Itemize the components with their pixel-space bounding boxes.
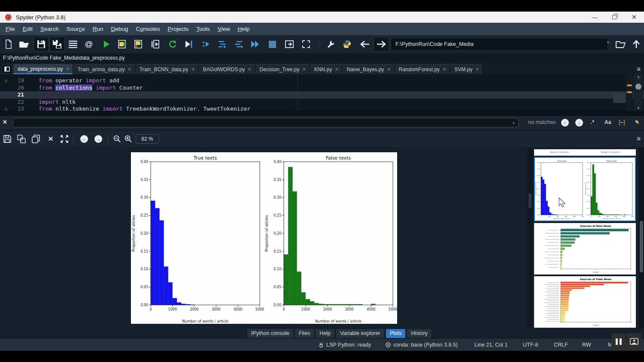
thumbnails-scrollbar[interactable]: [639, 147, 644, 328]
menu-item-debug[interactable]: Debug: [107, 23, 132, 35]
thumbnail-real-news-sources[interactable]: Sources of Real NewsCount: [534, 223, 636, 275]
continue-button[interactable]: [247, 35, 263, 53]
tab-close-icon[interactable]: ✕: [303, 67, 306, 72]
maximize-pane-button[interactable]: [298, 35, 314, 53]
working-directory-dropdown-icon[interactable]: ▾: [607, 40, 609, 45]
menu-item-edit[interactable]: Edit: [19, 23, 36, 35]
preferences-button[interactable]: [323, 35, 338, 53]
editor-tab-train_arima_data-py[interactable]: Train_arima_data.py✕: [73, 64, 134, 74]
minimize-button[interactable]: —: [585, 12, 605, 23]
pane-tab-history[interactable]: History: [407, 329, 431, 338]
tab-close-icon[interactable]: ✕: [387, 67, 390, 72]
menu-item-tools[interactable]: Tools: [192, 23, 214, 35]
tab-close-icon[interactable]: ✕: [476, 67, 479, 72]
find-input[interactable]: [13, 118, 519, 127]
code-line-21[interactable]: 21: [0, 91, 644, 99]
save-all-plots-button[interactable]: [14, 130, 29, 148]
screenshot-button[interactable]: [627, 333, 641, 350]
whole-word-toggle-icon[interactable]: [–]: [619, 119, 625, 125]
file-switcher-icon[interactable]: [2, 64, 12, 74]
run-selection-button[interactable]: [148, 35, 163, 53]
menu-item-help[interactable]: Help: [234, 23, 254, 35]
tab-close-icon[interactable]: ✕: [66, 66, 69, 71]
fit-plot-button[interactable]: [57, 130, 72, 148]
tab-close-icon[interactable]: ✕: [128, 67, 131, 72]
open-file-button[interactable]: [17, 35, 32, 53]
case-sensitive-toggle-icon[interactable]: Aa: [605, 119, 611, 125]
browse-directory-button[interactable]: [613, 35, 629, 53]
menu-item-projects[interactable]: Projects: [164, 23, 193, 35]
highlight-matches-icon[interactable]: ✎: [635, 119, 639, 125]
thumbnails-left-scrollbar[interactable]: [527, 147, 533, 328]
pane-tab-files[interactable]: Files: [295, 329, 314, 338]
plots-options-icon[interactable]: ≡: [637, 135, 641, 142]
pane-tab-plots[interactable]: Plots: [386, 329, 406, 338]
tab-close-icon[interactable]: ✕: [335, 67, 338, 72]
menu-item-view[interactable]: View: [214, 23, 234, 35]
menu-item-consoles[interactable]: Consoles: [132, 23, 164, 35]
editor-tab-data_preprocess-py[interactable]: data_preprocess.py✕: [13, 64, 73, 74]
find-close-icon[interactable]: ✕: [3, 119, 7, 125]
zoom-in-button[interactable]: [121, 130, 136, 148]
pane-tab-variable-explorer[interactable]: Variable explorer: [336, 329, 384, 338]
previous-plot-button[interactable]: ←: [80, 135, 88, 143]
remove-plot-button[interactable]: ✕: [43, 130, 58, 148]
run-cell-advance-button[interactable]: [131, 35, 147, 53]
run-until-button[interactable]: [181, 35, 197, 53]
thumbnail-word-histograms[interactable]: 0.000.050.100.150.200.250.300.350.400100…: [534, 157, 636, 221]
file-switcher-button[interactable]: [65, 35, 81, 53]
menu-item-run[interactable]: Run: [89, 23, 107, 35]
save-all-button[interactable]: [49, 37, 65, 51]
menu-item-file[interactable]: File: [2, 23, 19, 35]
menu-item-source[interactable]: Source: [63, 23, 89, 35]
thumbnail-previous-plot[interactable]: Number of characters Number of character…: [534, 149, 636, 156]
find-previous-button[interactable]: ↑: [561, 119, 569, 127]
pane-tab-help[interactable]: Help: [316, 329, 334, 338]
menu-item-search[interactable]: Search: [36, 23, 63, 35]
code-line-20[interactable]: 20from collections import Counter: [0, 84, 644, 92]
code-line-19[interactable]: ⚠19from operator import add: [0, 77, 644, 84]
tabbar-options-icon[interactable]: ≡: [637, 65, 641, 72]
new-file-button[interactable]: [1, 35, 16, 53]
tab-close-icon[interactable]: ✕: [248, 67, 251, 72]
code-editor[interactable]: ⚠19from operator import add20from collec…: [0, 74, 644, 111]
close-button[interactable]: ✕: [624, 12, 644, 23]
pane-splitter[interactable]: [0, 111, 644, 116]
editor-tab-knn-py[interactable]: KNN.py✕: [310, 64, 342, 74]
pause-button[interactable]: [611, 333, 626, 350]
next-plot-button[interactable]: →: [94, 135, 102, 143]
copy-plot-button[interactable]: [29, 130, 43, 148]
stop-debug-button[interactable]: [264, 35, 280, 53]
editor-scrollbar[interactable]: ▲ ▼: [634, 74, 643, 111]
open-external-window-button[interactable]: [282, 35, 297, 53]
code-line-22[interactable]: 22import nltk: [0, 99, 644, 106]
code-line-23[interactable]: ⚠23from nltk.tokenize import TreebankWor…: [0, 106, 644, 111]
rerun-button[interactable]: [165, 35, 180, 53]
restore-button[interactable]: [605, 12, 624, 23]
regex-toggle-icon[interactable]: .*: [591, 119, 594, 125]
find-next-button[interactable]: ↓: [575, 119, 583, 127]
run-button[interactable]: [99, 35, 114, 53]
back-button[interactable]: [357, 35, 373, 53]
tab-close-icon[interactable]: ✕: [443, 67, 446, 72]
run-cell-button[interactable]: [115, 35, 131, 53]
working-directory-input[interactable]: F:\PythonRun\Code Fake_Media: [392, 39, 607, 50]
tab-close-icon[interactable]: ✕: [191, 67, 194, 72]
editor-tab-decision_tree-py[interactable]: Decision_Tree.py✕: [255, 64, 309, 74]
forward-button[interactable]: [374, 37, 389, 51]
save-button[interactable]: [33, 37, 49, 51]
editor-tab-bagofwords-py[interactable]: BAGofWORDS.py✕: [199, 64, 255, 74]
thumbnail-fake-news-sources[interactable]: Sources of Fake NewsCount: [534, 276, 636, 328]
warning-mark[interactable]: [627, 84, 632, 86]
editor-tab-naive_bayes-py[interactable]: Naive_Bayes.py✕: [343, 64, 394, 74]
debug-file-button[interactable]: [198, 35, 214, 53]
editor-tab-train_bcnn_data-py[interactable]: Train_BCNN_data.py✕: [135, 64, 198, 74]
editor-tab-randomforest-py[interactable]: RandomForest.py✕: [395, 64, 450, 74]
step-into-button[interactable]: [231, 35, 246, 53]
editor-tab-svm-py[interactable]: SVM.py✕: [450, 64, 482, 74]
save-plot-button[interactable]: [0, 130, 15, 148]
python-path-button[interactable]: [339, 35, 355, 53]
warning-mark[interactable]: [627, 91, 632, 93]
find-history-dropdown-icon[interactable]: ▾: [513, 121, 515, 125]
pane-tab-ipython-console[interactable]: IPython console: [247, 329, 293, 338]
